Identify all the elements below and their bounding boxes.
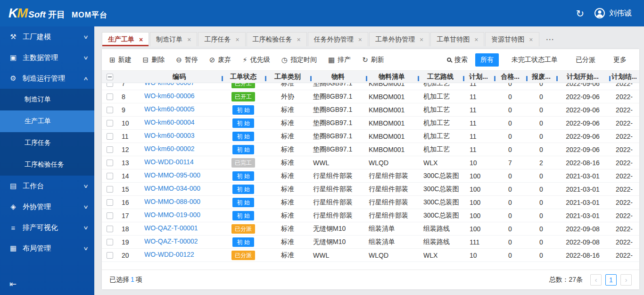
tab-work-order-outsourcing-management[interactable]: 工单外协管理 × (369, 32, 429, 46)
column-header[interactable]: 工单类别 (265, 73, 310, 81)
table-row[interactable]: 14 WO-MMO-095-000 初 始 标准 行星组件部装 行星组件部装 3… (102, 169, 639, 183)
refresh-button[interactable]: ↻ 刷新 (362, 56, 384, 64)
work-order-code-link[interactable]: WO-WDD-00114 (144, 158, 194, 166)
column-header[interactable]: 工艺路线 (418, 73, 463, 81)
column-header[interactable]: 物料清单 (366, 73, 418, 81)
sidebar-item-layout-management[interactable]: ▦ 布局管理 ∨ (0, 238, 94, 259)
sidebar-item-manufacturing-orders[interactable]: 制造订单 (0, 89, 94, 110)
table-row[interactable]: 17 WO-MMO-019-000 初 始 标准 行星组件部装 行星组件部装 3… (102, 209, 639, 222)
close-tab-icon[interactable]: × (139, 36, 143, 43)
table-row[interactable]: 12 WO-km60-00002 初 始 标准 垫圈8GB97.1 KMBOM0… (102, 143, 639, 156)
tab-task-outsourcing-management[interactable]: 任务外协管理 × (308, 32, 368, 46)
work-order-code-link[interactable]: WO-km60-00002 (144, 145, 195, 152)
work-order-code-link[interactable]: WO-MMO-088-000 (144, 198, 200, 205)
collapse-sidebar-button[interactable]: ⇤ (0, 273, 94, 295)
work-order-code-link[interactable]: WO-km60-00004 (144, 118, 195, 126)
table-row[interactable]: 8 WO-km60-00006 已开工 外协 垫圈8GB97.1 KMBOM00… (102, 90, 639, 103)
next-page-button[interactable]: › (620, 274, 632, 286)
table-row[interactable]: 20 WO-WDD-00122 已分派 标准 WWL WLQD WLX 10 0… (102, 249, 639, 262)
row-checkbox[interactable] (107, 120, 113, 126)
table-row[interactable]: 7 WO-km60-00007 已开工 标准 垫圈8GB97.1 KMBOM00… (102, 83, 639, 90)
search-button[interactable]: 搜索 (447, 56, 468, 64)
row-checkbox[interactable] (107, 173, 113, 179)
row-checkbox[interactable] (107, 239, 113, 245)
filter-more-button[interactable]: 更多 (608, 53, 632, 67)
user-menu[interactable]: 刘伟诚 (594, 8, 632, 18)
priority-button[interactable]: ⚡ 优先级 (242, 56, 270, 64)
table-row[interactable]: 15 WO-MMO-034-000 初 始 标准 行星组件部装 行星组件部装 3… (102, 183, 639, 196)
column-header[interactable]: 计划结... (609, 73, 639, 81)
discard-button[interactable]: ⊘ 废弃 (209, 56, 231, 64)
row-checkbox[interactable] (107, 212, 113, 219)
work-order-code-link[interactable]: WO-MMO-019-000 (144, 211, 200, 219)
row-checkbox[interactable] (107, 146, 113, 153)
table-row[interactable]: 18 WO-QAZ-T-00001 已分派 标准 无缝钢M10 组装清单 组装路… (102, 222, 639, 236)
pause-button[interactable]: ⊖ 暂停 (176, 56, 198, 64)
close-tab-icon[interactable]: × (474, 36, 478, 43)
table-row[interactable]: 19 WO-QAZ-T-00002 初 始 标准 无缝钢M10 组装清单 组装路… (102, 236, 639, 249)
sync-icon[interactable]: ↻ (576, 8, 584, 18)
column-header[interactable]: 计划... (463, 73, 494, 81)
sidebar-item-scheduling-visualization[interactable]: ≡ 排产可视化 ∨ (0, 217, 94, 238)
close-tab-icon[interactable]: × (297, 36, 301, 43)
tab-work-order-gantt[interactable]: 工单甘特图 × (430, 32, 484, 46)
filter-unfinished-work-orders-button[interactable]: 未完工状态工单 (506, 53, 563, 67)
sidebar-item-master-data-management[interactable]: ▣ 主数据管理 ∨ (0, 47, 94, 68)
more-tabs-button[interactable]: ⋯ (546, 34, 555, 44)
select-all-checkbox[interactable] (107, 74, 113, 80)
column-header[interactable]: 工单状态 (222, 73, 265, 81)
column-header[interactable]: 计划开始... (556, 73, 609, 81)
row-checkbox[interactable] (107, 160, 113, 166)
work-order-code-link[interactable]: WO-km60-00006 (144, 92, 195, 100)
table-row[interactable]: 10 WO-km60-00004 初 始 标准 垫圈8GB97.1 KMBOM0… (102, 117, 639, 130)
filter-all-button[interactable]: 所有 (475, 53, 499, 67)
row-checkbox[interactable] (107, 107, 113, 113)
table-row[interactable]: 9 WO-km60-00005 初 始 标准 垫圈8GB97.1 KMBOM00… (102, 103, 639, 117)
delete-button[interactable]: ⊟ 删除 (143, 56, 165, 64)
tab-production-work-orders[interactable]: 生产工单 × (102, 32, 149, 46)
close-tab-icon[interactable]: × (187, 36, 191, 43)
sidebar-item-factory-modeling[interactable]: ⚒ 工厂建模 ∨ (0, 26, 94, 47)
page-number-button[interactable]: 1 (605, 274, 617, 286)
filter-dispatched-button[interactable]: 已分派 (570, 53, 601, 67)
row-checkbox[interactable] (107, 252, 113, 259)
tab-manufacturing-orders[interactable]: 制造订单 × (150, 32, 197, 46)
close-tab-icon[interactable]: × (420, 36, 423, 43)
work-order-code-link[interactable]: WO-km60-00003 (144, 132, 195, 139)
sidebar-item-workbench[interactable]: ▤ 工作台 ∨ (0, 176, 94, 196)
row-checkbox[interactable] (107, 226, 113, 232)
table-row[interactable]: 13 WO-WDD-00114 已完工 标准 WWL WLQD WLX 10 7… (102, 156, 639, 169)
row-checkbox[interactable] (107, 93, 113, 100)
tab-resource-gantt[interactable]: 资源甘特图 × (485, 32, 539, 46)
column-header[interactable]: 合格... (494, 73, 526, 81)
sidebar-item-process-tasks[interactable]: 工序任务 (0, 132, 94, 154)
close-tab-icon[interactable]: × (235, 36, 239, 43)
tab-process-tasks[interactable]: 工序任务 × (198, 32, 245, 46)
sidebar-item-manufacturing-operation-management[interactable]: ⚙ 制造运行管理 ∧ (0, 68, 94, 89)
row-checkbox[interactable] (107, 133, 113, 140)
sidebar-item-process-inspection-tasks[interactable]: 工序检验任务 (0, 154, 94, 176)
column-header[interactable]: 物料 (310, 73, 366, 81)
column-header[interactable]: 报废... (526, 73, 556, 81)
work-order-code-link[interactable]: WO-MMO-095-000 (144, 171, 200, 179)
row-checkbox[interactable] (107, 83, 113, 87)
schedule-button[interactable]: ▦ 排产 (328, 56, 351, 64)
row-checkbox[interactable] (107, 186, 113, 193)
work-order-code-link[interactable]: WO-km60-00005 (144, 105, 195, 113)
row-checkbox[interactable] (107, 199, 113, 206)
prev-page-button[interactable]: ‹ (590, 274, 602, 286)
set-time-button[interactable]: ◷ 指定时间 (281, 56, 317, 64)
close-tab-icon[interactable]: × (529, 36, 533, 43)
sidebar-item-production-work-orders[interactable]: 生产工单 (0, 110, 94, 132)
table-row[interactable]: 16 WO-MMO-088-000 初 始 标准 行星组件部装 行星组件部装 3… (102, 196, 639, 209)
column-header[interactable]: 编码 (137, 73, 222, 81)
table-row[interactable]: 11 WO-km60-00003 初 始 标准 垫圈8GB97.1 KMBOM0… (102, 130, 639, 143)
new-button[interactable]: ⊞ 新建 (109, 56, 132, 64)
sidebar-item-outsourcing-management[interactable]: ◈ 外协管理 ∨ (0, 196, 94, 217)
work-order-code-link[interactable]: WO-WDD-00122 (144, 251, 194, 258)
work-order-code-link[interactable]: WO-QAZ-T-00002 (144, 237, 198, 245)
work-order-code-link[interactable]: WO-km60-00007 (144, 83, 195, 86)
work-order-code-link[interactable]: WO-QAZ-T-00001 (144, 224, 198, 232)
tab-process-inspection-tasks[interactable]: 工序检验任务 × (247, 32, 307, 46)
close-tab-icon[interactable]: × (358, 36, 362, 43)
